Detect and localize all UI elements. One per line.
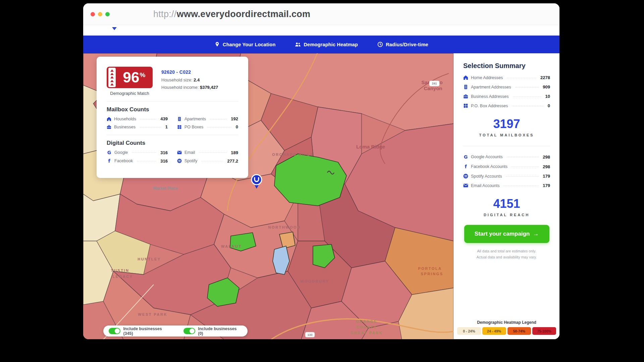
count-row-businesses: Businesses1 [107, 124, 168, 129]
divider [107, 135, 238, 135]
household-size-label: Household size: [161, 77, 193, 82]
toggle-switch-on[interactable] [183, 328, 195, 334]
total-mailboxes-value: 3197 [463, 117, 550, 131]
map-label-great-park: GREAT PARK [351, 331, 383, 335]
heatmap-canvas[interactable]: Santiago Canyon Loma Ridge ORCHARD HILLS… [83, 53, 453, 339]
legend-pill-50-74: 50-74% [507, 327, 531, 335]
divider [107, 101, 238, 102]
mail-icon [463, 183, 468, 188]
nav-demographic-heatmap[interactable]: Demographic Heatmap [295, 42, 358, 47]
minimize-window-icon[interactable] [98, 12, 102, 16]
count-value: 277.2 [227, 159, 238, 164]
summary-label: Email Accounts [471, 183, 499, 188]
highway-shield-241-label: 241 [432, 82, 437, 85]
count-value: 189 [231, 150, 238, 155]
household-size-row: Household size: 2.4 [161, 76, 218, 84]
summary-row-spotify-accounts: Spotify Accounts179 [463, 174, 550, 179]
summary-value: 0 [548, 103, 550, 108]
highway-shield-133-label: 133 [307, 333, 312, 337]
map-label-northwood: NORTHWOOD [268, 225, 301, 229]
browser-window: http://www.everydoordirectmail.com Chang… [83, 3, 559, 339]
summary-label: Spotify Accounts [471, 174, 502, 179]
count-label: Apartments [184, 117, 206, 121]
map-label-market-place: Market Place [153, 186, 178, 191]
summary-label: P.O. Box Addresses [471, 104, 508, 108]
household-income-row: Household income: $379,427 [161, 84, 218, 92]
legend-pill-0-24: 0 - 24% [457, 327, 481, 335]
total-mailboxes-label: TOTAL MAILBOXES [463, 133, 550, 137]
map-label-legacy: LEGACY [113, 275, 133, 279]
summary-row-apartment-addresses: Apartment Addresses909 [463, 84, 550, 89]
match-value: 96 [123, 69, 140, 85]
dropdown-chevron-icon[interactable] [112, 27, 117, 30]
start-campaign-label: Start your campaign [475, 231, 530, 237]
count-value: 316 [160, 150, 168, 155]
start-campaign-button[interactable]: Start your campaign → [464, 225, 549, 243]
summary-value: 179 [543, 183, 550, 188]
match-caption: Demographic Match [107, 91, 153, 96]
summary-label: Business Addresses [471, 94, 509, 99]
toggle-label: Include businesses (345) [123, 326, 172, 336]
summary-row-home-addresses: Home Addresses2278 [463, 75, 550, 80]
window-controls [91, 12, 110, 16]
selection-summary-panel: Selection Summary Home Addresses2278 Apa… [453, 53, 559, 339]
household-income-label: Household income: [161, 85, 199, 90]
address-bar[interactable]: http://www.everydoordirectmail.com [153, 9, 310, 19]
summary-row-google-accounts: G Google Accounts298 [463, 154, 550, 160]
summary-row-email-accounts: Email Accounts179 [463, 183, 550, 188]
summary-row-business-addresses: Business Addresses10 [463, 94, 550, 99]
nav-radius-drivetime[interactable]: Radius/Drive-time [377, 42, 428, 47]
count-row-apartments: Apartments192 [177, 116, 238, 121]
pobox-grid-icon [177, 125, 182, 129]
zip-route-code: 92620 - C022 [161, 68, 218, 76]
count-row-poboxes: PO Boxes0 [177, 124, 238, 129]
pobox-grid-icon [463, 103, 468, 108]
map-label-canyon: Canyon [424, 85, 442, 91]
map-label-walnut: WALNUT [221, 244, 242, 248]
arrow-right-icon: → [533, 231, 539, 237]
nav-change-location[interactable]: Change Your Location [214, 42, 275, 47]
close-window-icon[interactable] [91, 12, 95, 16]
household-income-value: $379,427 [200, 85, 218, 90]
disclaimer-line-1: All data and total are estimates only. [463, 248, 550, 254]
nav-item-label: Demographic Heatmap [304, 42, 358, 47]
legend-title: Demographic Heatmap Legend [454, 320, 559, 325]
url-host: www.everydoordirectmail.com [177, 9, 311, 19]
summary-label: Facebook Accounts [471, 164, 507, 169]
map-label-tustin: TUSTIN [111, 268, 129, 273]
summary-label: Google Accounts [471, 155, 503, 159]
count-row-email: Email189 [177, 150, 238, 155]
summary-value: 179 [543, 174, 550, 179]
summary-row-facebook-accounts: f Facebook Accounts298 [463, 164, 550, 169]
count-value: 316 [160, 159, 168, 164]
legend-pill-75-100: 75-100% [532, 327, 556, 335]
count-value: 1 [165, 124, 168, 129]
house-icon [107, 117, 111, 121]
people-icon [295, 42, 301, 47]
maximize-window-icon[interactable] [105, 12, 110, 16]
toggle-switch-on[interactable] [109, 328, 120, 334]
count-label: Google [114, 150, 128, 155]
panel-title: Selection Summary [463, 53, 550, 70]
summary-label: Home Addresses [471, 75, 503, 80]
match-unit: % [140, 71, 146, 78]
facebook-icon: f [463, 164, 468, 169]
count-label: Facebook [114, 159, 133, 163]
count-row-spotify: Spotify277.2 [177, 158, 238, 164]
count-label: Email [184, 150, 195, 155]
match-score: 96% [116, 70, 153, 85]
count-value: 192 [231, 116, 238, 121]
mailbox-counts-heading: Mailbox Counts [107, 106, 238, 113]
summary-label: Apartment Addresses [471, 85, 511, 89]
nav-item-label: Radius/Drive-time [386, 42, 428, 47]
digital-counts-heading: Digital Counts [107, 140, 238, 146]
spotify-icon [177, 159, 182, 163]
map-label-huntley: HUNTLEY [138, 257, 161, 261]
map-label-portola: PORTOLA [418, 266, 442, 270]
summary-value: 909 [543, 84, 550, 89]
mail-icon [177, 150, 182, 155]
divider [463, 146, 550, 146]
location-pin-icon [214, 42, 220, 47]
clock-icon [377, 42, 383, 47]
count-row-google: G Google316 [107, 150, 168, 155]
